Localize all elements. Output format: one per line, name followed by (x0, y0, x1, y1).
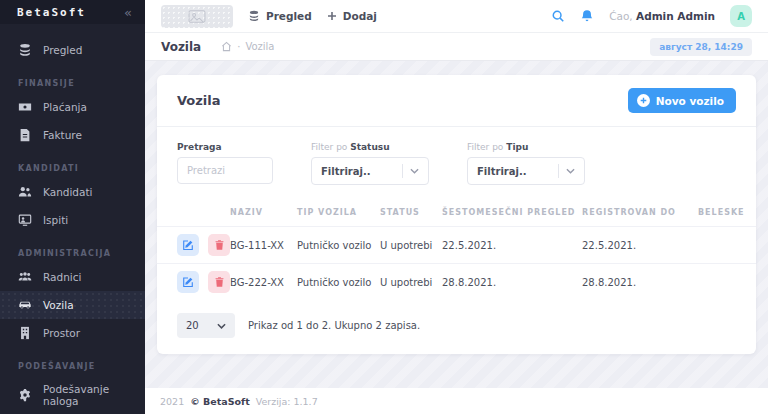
breadcrumb-separator: · (237, 41, 240, 52)
cell-status: U upotrebi (380, 277, 442, 288)
page-title: Vozila (161, 40, 201, 54)
label-prefix: Filter po (467, 142, 503, 152)
sidebar-logo-bar: BetaSoft « (0, 0, 145, 24)
delete-button[interactable] (208, 271, 230, 293)
cell-pregled: 22.5.2021. (442, 240, 582, 251)
building-icon (18, 326, 32, 340)
sidebar: BetaSoft « Pregled FINANSIJE Plaćanja Fa… (0, 0, 145, 414)
row-actions (177, 234, 230, 256)
footer-brand: © BetaSoft (190, 396, 250, 407)
car-icon (18, 298, 32, 312)
main-area: Pregled Dodaj Ćao, Admin Admin A Vozila … (145, 0, 768, 414)
pagination: 20 Prikaz od 1 do 2. Ukupno 2 zapisa. (157, 300, 756, 354)
edit-button[interactable] (177, 234, 199, 256)
new-vehicle-label: Novo vozilo (656, 95, 724, 107)
sidebar-item-label: Pregled (43, 44, 82, 56)
col-naziv: NAZIV (230, 208, 297, 217)
topnav-pregled[interactable]: Pregled (248, 10, 312, 22)
chevron-down-icon (402, 164, 419, 178)
cell-pregled: 28.8.2021. (442, 277, 582, 288)
search-icon[interactable] (551, 9, 565, 23)
table-row: BG-222-XX Putničko vozilo U upotrebi 28.… (157, 263, 756, 300)
topnav-dodaj[interactable]: Dodaj (327, 10, 377, 22)
sidebar-item-podesavanje-naloga[interactable]: Podešavanje naloga (0, 376, 145, 414)
plus-icon (327, 11, 337, 21)
table-header: NAZIV TIP VOZILA STATUS ŠESTOMESEČNI PRE… (157, 198, 756, 226)
chevron-down-icon (217, 323, 226, 329)
filter-search: Pretraga (177, 142, 273, 185)
topnav-dodaj-label: Dodaj (343, 10, 377, 22)
layers-icon (18, 43, 32, 57)
sidebar-item-ispiti[interactable]: Ispiti (0, 206, 145, 234)
greeting-prefix: Ćao, (609, 10, 633, 22)
datetime-badge: август 28, 14:29 (650, 38, 752, 56)
cell-registrovan: 22.5.2021. (582, 240, 698, 251)
sidebar-item-label: Kandidati (43, 186, 93, 198)
sidebar-section-podesavanje: PODEŠAVANJE (0, 347, 145, 376)
sidebar-item-pregled[interactable]: Pregled (0, 36, 145, 64)
sidebar-item-label: Vozila (43, 299, 74, 311)
sidebar-item-label: Ispiti (43, 214, 68, 226)
footer-year: 2021 (160, 396, 184, 407)
exam-icon (18, 213, 32, 227)
row-actions (177, 271, 230, 293)
logo-placeholder[interactable] (161, 5, 233, 28)
home-icon[interactable] (221, 41, 232, 52)
page-size-select[interactable]: 20 (177, 313, 235, 338)
topnav-pregled-label: Pregled (266, 10, 312, 22)
sidebar-item-kandidati[interactable]: Kandidati (0, 178, 145, 206)
new-vehicle-button[interactable]: Novo vozilo (628, 88, 736, 113)
invoice-icon (18, 128, 32, 142)
sidebar-item-vozila[interactable]: Vozila (0, 291, 145, 319)
sidebar-collapse-icon[interactable]: « (124, 6, 132, 19)
bell-icon[interactable] (580, 9, 594, 23)
content-area: Vozila Novo vozilo Pretraga Filter po St… (145, 61, 768, 388)
workers-icon (18, 270, 32, 284)
col-sestomesecni-pregled: ŠESTOMESEČNI PREGLED (442, 208, 582, 217)
topbar: Pregled Dodaj Ćao, Admin Admin A (145, 0, 768, 33)
sidebar-menu: Pregled FINANSIJE Plaćanja Fakture KANDI… (0, 24, 145, 414)
filter-status: Filter po Statusu Filtriraj.. (311, 142, 429, 185)
sidebar-item-placanja[interactable]: Plaćanja (0, 93, 145, 121)
sidebar-section-administracija: ADMINISTRACIJA (0, 234, 145, 263)
status-filter-select[interactable]: Filtriraj.. (311, 157, 429, 185)
status-filter-label: Filter po Statusu (311, 142, 429, 152)
cell-tip: Putničko vozilo (297, 277, 380, 288)
col-status: STATUS (380, 208, 442, 217)
users-icon (18, 185, 32, 199)
filter-tip: Filter po Tipu Filtriraj.. (467, 142, 585, 185)
sidebar-item-label: Fakture (43, 129, 82, 141)
sidebar-item-label: Prostor (43, 327, 80, 339)
sidebar-item-prostor[interactable]: Prostor (0, 319, 145, 347)
topbar-right: Ćao, Admin Admin A (551, 5, 752, 27)
col-registrovan-do: REGISTROVAN DO (582, 208, 698, 217)
footer: 2021 © BetaSoft Verzija: 1.1.7 (145, 388, 768, 414)
pagination-summary: Prikaz od 1 do 2. Ukupno 2 zapisa. (248, 320, 420, 331)
cell-status: U upotrebi (380, 240, 442, 251)
cell-tip: Putničko vozilo (297, 240, 380, 251)
search-input[interactable] (177, 157, 273, 184)
label-tip: Tipu (506, 142, 528, 152)
avatar[interactable]: A (730, 5, 752, 27)
gear-icon (18, 388, 32, 402)
cell-registrovan: 28.8.2021. (582, 277, 698, 288)
sidebar-item-fakture[interactable]: Fakture (0, 121, 145, 149)
layers-icon (248, 10, 260, 22)
card-header: Vozila Novo vozilo (157, 75, 756, 127)
tip-filter-value: Filtriraj.. (477, 166, 527, 177)
sidebar-item-label: Plaćanja (43, 101, 87, 113)
label-status: Statusu (350, 142, 389, 152)
sidebar-item-radnici[interactable]: Radnici (0, 263, 145, 291)
label-prefix: Filter po (311, 142, 347, 152)
edit-button[interactable] (177, 271, 199, 293)
col-tip-vozila: TIP VOZILA (297, 208, 380, 217)
delete-button[interactable] (208, 234, 230, 256)
tip-filter-select[interactable]: Filtriraj.. (467, 157, 585, 185)
col-beleske: BELESKE (698, 208, 745, 217)
status-filter-value: Filtriraj.. (321, 166, 371, 177)
cell-naziv: BG-222-XX (230, 277, 297, 288)
search-label: Pretraga (177, 142, 273, 152)
breadcrumb-current: Vozila (245, 41, 274, 52)
card-title: Vozila (177, 93, 221, 108)
user-name: Admin Admin (636, 10, 715, 22)
